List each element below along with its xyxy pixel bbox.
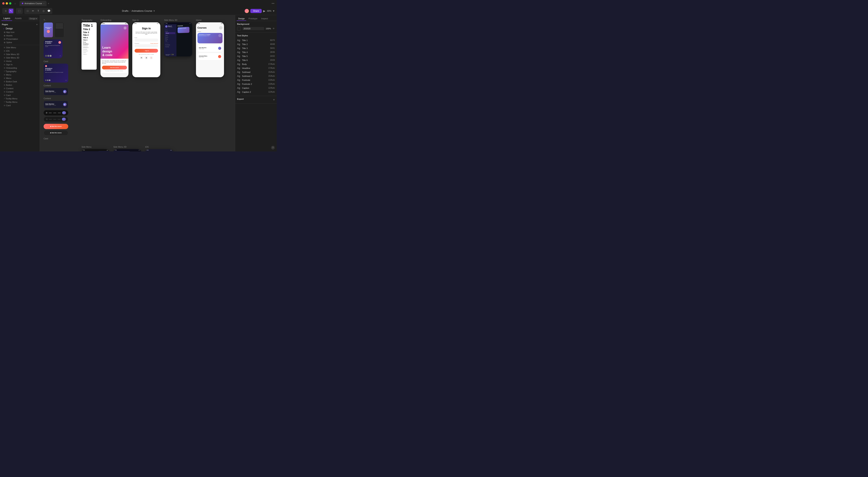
add-page-button[interactable]: +	[36, 23, 38, 26]
tab-close-icon[interactable]: ×	[43, 2, 44, 4]
help-button[interactable]: ?	[271, 146, 275, 149]
export-section: Export +	[235, 96, 277, 104]
start-btn-red[interactable]: ▶ Start the course	[43, 124, 68, 129]
avatar	[245, 9, 249, 13]
layer-ios[interactable]: ⊞ iOS	[0, 49, 40, 53]
minimize-button[interactable]	[6, 2, 8, 4]
frame-group-ios: iOS 9:41 ●●●	[145, 146, 173, 151]
frame-thumbnail-1[interactable]: Animations in SwiftUI	[43, 22, 53, 37]
tab-dot	[22, 3, 23, 4]
shape-tool[interactable]: ◇	[41, 9, 46, 13]
tab-assets[interactable]: Assets	[13, 16, 24, 21]
menu-buttons-group	[43, 110, 78, 122]
layer-content-1[interactable]: ⊞ Content	[0, 87, 40, 90]
layer-card-2[interactable]: ⊞ Card	[0, 104, 40, 107]
right-panel-tabs: Design Prototype Inspect	[235, 15, 277, 21]
layer-card-1[interactable]: ⊞ Card	[0, 94, 40, 97]
layer-home[interactable]: ⊞ Home	[0, 60, 40, 63]
home-phone: 9:41 ●●● Courses Recent	[196, 22, 224, 77]
frame-thumbnail-2[interactable]	[55, 22, 64, 37]
home-icon[interactable]: ⌂	[14, 2, 16, 5]
tab-design[interactable]: Design	[237, 16, 246, 21]
page-item-appicon[interactable]: ▦ App Icon	[0, 31, 40, 34]
toolbar: ⊹ ↖ ⬚ □ ✏ T ◇ 💬 Drafts / Animations Cour…	[0, 7, 277, 15]
start-buttons-group: ▶ Start the course ▶ Start the course	[43, 124, 78, 136]
layer-menu-2[interactable]: ⊞ Menu	[0, 76, 40, 80]
ts-footnote2: Ag Footnote 2 13/Auto	[237, 82, 275, 86]
layer-button-dark[interactable]: ⊞ Button Dark	[0, 80, 40, 83]
tab-prototype[interactable]: Prototype	[247, 16, 259, 21]
sidemenu-bottom-phone: 9:41 ●●●	[82, 149, 110, 151]
content-item-1: State Machine Watch video · 15 min ▶	[43, 88, 68, 95]
layer-typography[interactable]: T Typography	[0, 70, 40, 73]
layer-tooltip-1[interactable]: T Tooltip Menu	[0, 97, 40, 100]
frame-group-sidemenu3d: Side Menu 3D 9:41 ●●● Meng To	[164, 19, 192, 57]
pen-tool[interactable]: ✏	[31, 9, 35, 13]
frame-label-card-top: Card	[43, 60, 78, 63]
breadcrumb-doc: Animations Course	[131, 9, 152, 12]
layer-tooltip-2[interactable]: T Tooltip Menu	[0, 100, 40, 104]
close-button[interactable]	[2, 2, 4, 4]
text-styles-section: Text Styles Ag Title 1 60/70 Ag Title 2 …	[235, 33, 277, 96]
frame-label-typography: Typography	[82, 19, 97, 22]
page-item-presentation[interactable]: ▦ Presentation	[0, 37, 40, 41]
tab-layers[interactable]: Layers	[1, 16, 12, 21]
export-label: Export	[237, 98, 244, 100]
frame-group-signin: Sign In 9:41 ●●● Sign in Access to 240+ …	[132, 19, 160, 77]
page-item-assets[interactable]: ▦ Assets	[0, 34, 40, 37]
tab-bar: Animations Course × +	[20, 1, 270, 6]
text-styles-list: Ag Title 1 60/70 Ag Title 2 40/48 Ag Tit…	[237, 38, 275, 94]
layer-sidemenu3d-1[interactable]: ⊞ Side Menu 3D	[0, 53, 40, 56]
text-tool[interactable]: T	[36, 9, 40, 13]
ts-footnote: Ag Footnote 13/Auto	[237, 78, 275, 82]
layer-signin[interactable]: ⊞ Sign In	[0, 63, 40, 66]
frame-group-typography: Typography Title 1 Title 2 Title 3 Title…	[82, 19, 97, 70]
zoom-level[interactable]: 48%	[267, 10, 271, 12]
canvas-inner[interactable]: T... Animations in SwiftUI	[40, 15, 235, 151]
tab-inspect[interactable]: Inspect	[260, 16, 269, 21]
text-styles-label: Text Styles	[237, 34, 275, 37]
visibility-toggle[interactable]: 👁	[273, 27, 275, 30]
zoom-chevron[interactable]: ▾	[273, 9, 274, 13]
ts-headline: Ag Headline 17/Auto	[237, 66, 275, 70]
frame-label-home: Home	[196, 19, 224, 22]
frame-label-content: Content	[43, 84, 78, 87]
layer-sidemenu3d-2[interactable]: ⊞ Side Menu 3D	[0, 56, 40, 60]
move-tool[interactable]: ⊹	[3, 9, 8, 13]
design-label[interactable]: Design ▾	[28, 17, 38, 20]
rect-tool[interactable]: □	[25, 9, 30, 13]
onboarding-phone: 9:41 ●●● × Learndesign& code	[100, 22, 128, 77]
frame-group-appicon: Animationsin SwiftUI Build and animate a…	[43, 39, 78, 58]
layer-button[interactable]: ⊞ Button	[0, 83, 40, 87]
maximize-button[interactable]	[9, 2, 11, 4]
bg-color-value[interactable]: 202020	[242, 27, 264, 30]
page-item-design[interactable]: ✓ Design	[0, 27, 40, 31]
export-add-button[interactable]: +	[273, 98, 275, 101]
window-more-icon[interactable]: •••	[272, 2, 274, 5]
page-item-spline[interactable]: ▦ Spline	[0, 41, 40, 44]
start-btn-dark[interactable]: ▶ Start the course	[43, 130, 68, 136]
new-tab-button[interactable]: +	[48, 2, 49, 5]
play-button[interactable]: ▶	[263, 9, 265, 12]
layer-sidemenu[interactable]: ⊞ Side Menu	[0, 46, 40, 49]
layer-menu-1[interactable]: ⊞ Menu	[0, 73, 40, 76]
ts-caption2: Ag Caption 2 12/Auto	[237, 90, 275, 94]
appicon-card: Animationsin SwiftUI Build and animate a…	[43, 39, 63, 58]
share-button[interactable]: Share	[250, 9, 262, 13]
bg-opacity-value: 100%	[266, 28, 271, 30]
breadcrumb-project: Drafts	[122, 9, 128, 12]
active-tab[interactable]: Animations Course ×	[20, 1, 46, 6]
ts-title3: Ag Title 3 34/41	[237, 46, 275, 50]
layer-onboarding[interactable]: ⊞ Onboarding	[0, 66, 40, 70]
comment-tool[interactable]: 💬	[46, 9, 51, 13]
frame-label-sidemenu-bottom: Side Menu	[82, 146, 110, 148]
frame-tool[interactable]: ⬚	[17, 9, 22, 13]
ts-subhead2: Ag Subhead 2 15/Auto	[237, 74, 275, 78]
layer-content-2[interactable]: ⊞ Content	[0, 90, 40, 94]
bg-color-swatch[interactable]	[237, 27, 241, 31]
right-panel: Design Prototype Inspect Background 2020…	[235, 15, 277, 151]
typography-frame: Title 1 Title 2 Title 3 Title 4 Title 5 …	[82, 22, 97, 70]
select-tool[interactable]: ↖	[9, 9, 13, 13]
chevron-down-icon[interactable]: ▾	[154, 9, 155, 12]
pages-header: Pages +	[0, 22, 40, 27]
